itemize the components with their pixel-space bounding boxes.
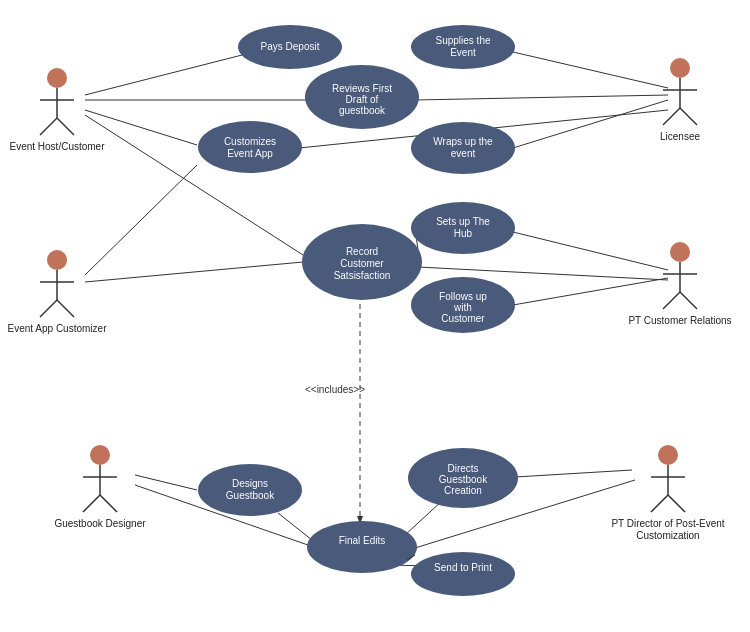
actor-app-customizer-label: Event App Customizer bbox=[8, 323, 108, 334]
line-ptcr-sets-up bbox=[513, 232, 668, 270]
line-host-customizes bbox=[85, 110, 197, 145]
use-case-final-edits bbox=[307, 521, 417, 573]
use-case-record-label: Record bbox=[346, 246, 378, 257]
svg-point-20 bbox=[90, 445, 110, 465]
svg-point-15 bbox=[670, 242, 690, 262]
use-case-record-label2: Customer bbox=[340, 258, 384, 269]
svg-line-9 bbox=[57, 300, 74, 317]
actor-pt-director: PT Director of Post-Event Customization bbox=[611, 445, 724, 541]
line-host-pays bbox=[85, 55, 242, 95]
svg-line-28 bbox=[651, 495, 668, 512]
line-licensee-supplies bbox=[513, 52, 668, 88]
includes-label: <<includes>> bbox=[305, 384, 365, 395]
svg-line-18 bbox=[663, 292, 680, 309]
svg-line-14 bbox=[680, 108, 697, 125]
use-case-record-label3: Satsisfaction bbox=[334, 270, 391, 281]
svg-line-24 bbox=[100, 495, 117, 512]
use-case-wraps-label2: event bbox=[451, 148, 476, 159]
actor-licensee: Licensee bbox=[660, 58, 700, 142]
use-case-send-print bbox=[411, 552, 515, 596]
use-case-final-label: Final Edits bbox=[339, 535, 386, 546]
svg-line-23 bbox=[83, 495, 100, 512]
actor-guestbook-designer-label: Guestbook Designer bbox=[54, 518, 146, 529]
use-case-wraps-label: Wraps up the bbox=[433, 136, 493, 147]
svg-point-5 bbox=[47, 250, 67, 270]
actor-pt-director-label2: Customization bbox=[636, 530, 699, 541]
svg-line-8 bbox=[40, 300, 57, 317]
actor-pt-director-label: PT Director of Post-Event bbox=[611, 518, 724, 529]
line-appCustomizer-record bbox=[85, 262, 303, 282]
use-case-designs-label2: Guestbook bbox=[226, 490, 275, 501]
use-case-directs-label2: Guestbook bbox=[439, 474, 488, 485]
use-case-reviews-label2: Draft of bbox=[346, 94, 379, 105]
use-case-supplies-label: Supplies the bbox=[435, 35, 490, 46]
use-case-customizes-label: Customizes bbox=[224, 136, 276, 147]
use-case-designs-label: Designs bbox=[232, 478, 268, 489]
use-case-follows-label3: Customer bbox=[441, 313, 485, 324]
svg-line-29 bbox=[668, 495, 685, 512]
actor-event-host: Event Host/Customer bbox=[9, 68, 105, 152]
svg-point-0 bbox=[47, 68, 67, 88]
actor-event-host-label: Event Host/Customer bbox=[9, 141, 105, 152]
use-case-reviews-label: Reviews First bbox=[332, 83, 392, 94]
use-case-customizes-label2: Event App bbox=[227, 148, 273, 159]
use-case-sets-up-label: Sets up The bbox=[436, 216, 490, 227]
use-case-pays-deposit-label: Pays Deposit bbox=[261, 41, 320, 52]
use-case-directs-label: Directs bbox=[447, 463, 478, 474]
svg-point-25 bbox=[658, 445, 678, 465]
line-ptdirector-directs bbox=[515, 470, 632, 477]
actor-guestbook-designer: Guestbook Designer bbox=[54, 445, 146, 529]
svg-line-19 bbox=[680, 292, 697, 309]
actor-pt-customer-relations: PT Customer Relations bbox=[628, 242, 731, 326]
line-licensee-reviews bbox=[415, 95, 668, 100]
use-case-supplies-label2: Event bbox=[450, 47, 476, 58]
use-case-follows-label2: with bbox=[453, 302, 472, 313]
line-ptcr-follows bbox=[513, 278, 668, 305]
use-case-sets-up-label2: Hub bbox=[454, 228, 473, 239]
line-directs-final bbox=[405, 500, 443, 535]
actor-event-app-customizer: Event App Customizer bbox=[8, 250, 108, 334]
use-case-print-label: Send to Print bbox=[434, 562, 492, 573]
line-appCustomizer-customizes bbox=[85, 165, 197, 275]
use-case-follows-label: Follows up bbox=[439, 291, 487, 302]
svg-point-10 bbox=[670, 58, 690, 78]
actor-licensee-label: Licensee bbox=[660, 131, 700, 142]
actor-pt-cr-label: PT Customer Relations bbox=[628, 315, 731, 326]
svg-line-3 bbox=[40, 118, 57, 135]
use-case-diagram: Pays Deposit Reviews First Draft of gues… bbox=[0, 0, 750, 632]
use-case-reviews-label3: guestbook bbox=[339, 105, 386, 116]
svg-line-4 bbox=[57, 118, 74, 135]
use-case-directs-label3: Creation bbox=[444, 485, 482, 496]
